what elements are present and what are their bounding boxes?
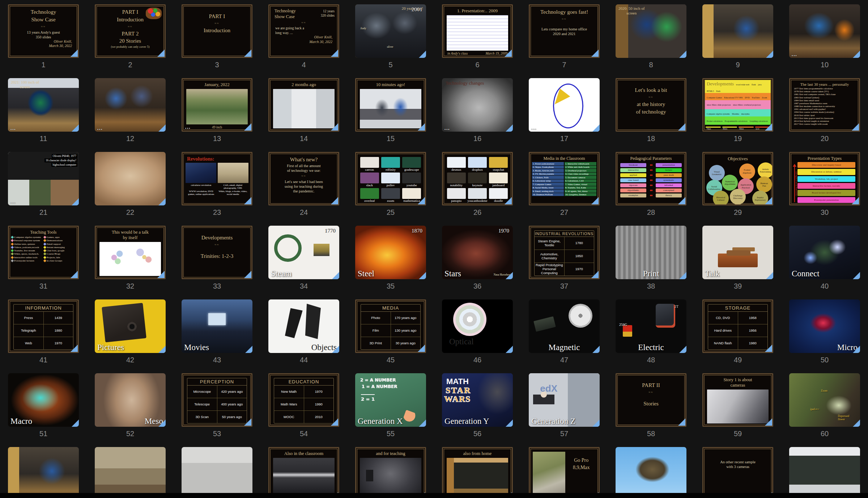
bullet-shape-icon: [11, 242, 14, 245]
slide-thumbnail[interactable]: [616, 447, 686, 498]
table-cell: 1780: [565, 237, 594, 250]
slide-thumbnail[interactable]: [95, 152, 166, 205]
slide-thumbnail[interactable]: Olivetti P6040, 197716 character diode d…: [8, 152, 79, 205]
slide-text: presentation: [656, 163, 682, 167]
slide-thumbnail[interactable]: Media in the Classroom1. Power point,key…: [529, 152, 600, 205]
slide-thumbnail[interactable]: Zoomipad ⟵Depressed flower: [789, 373, 860, 427]
slide-thumbnail[interactable]: Developments≈≈Trinities: 1-2-3: [182, 226, 252, 279]
slide-thumbnail[interactable]: Optical: [442, 299, 513, 353]
slide-thumbnail[interactable]: This would be a talkby itself: [95, 226, 166, 279]
slide-thumbnail[interactable]: 12 years320 slidesTechnologyShow Case≈≈w…: [268, 4, 339, 58]
slide-thumbnail[interactable]: 1770Steam: [268, 226, 339, 279]
diamond-icon: ♦♦: [647, 174, 655, 177]
table-cell: Photo: [361, 312, 391, 324]
slide-thumbnail[interactable]: 1870Steel: [355, 226, 426, 279]
slide-thumbnail[interactable]: [182, 447, 252, 498]
slide-thumbnail[interactable]: Magnetic: [529, 299, 600, 353]
right-column: Games, appsDemonstrationsEmail supportIn…: [44, 236, 76, 277]
slide-thumbnail[interactable]: 2020: 50 inch of screen: [616, 4, 686, 58]
slide-thumbnail[interactable]: Meso: [95, 373, 166, 427]
slide-cell: Teaching ToolsComputer algebra systemsPe…: [0, 224, 87, 298]
slide-text: of technology we use:: [271, 168, 337, 173]
slide-thumbnail[interactable]: [529, 78, 600, 132]
slide-thumbnail[interactable]: 20 years ago!Andyoliver2001: [355, 4, 426, 58]
slide-thumbnail[interactable]: Also in the classroom2013: [268, 447, 339, 498]
table-row: Automotive, Chemistry1850: [535, 250, 594, 263]
slide-thumbnail[interactable]: The last 30 years ... personally1977 fir…: [789, 78, 860, 132]
app-tile: slack: [359, 172, 380, 187]
slide-thumbnail[interactable]: Talk: [702, 226, 773, 279]
slide-thumbnail[interactable]: PART I≈≈Introduction: [182, 4, 252, 58]
slide-thumbnail[interactable]: Pictures: [95, 299, 166, 353]
slide-thumbnail[interactable]: PART IIntroduction≈≈PART 220 Stories(we …: [95, 4, 166, 58]
table-header: STORAGE: [708, 305, 767, 312]
slide-thumbnail[interactable]: PERCEPTIONMicroscope420 years agoTelesco…: [182, 373, 252, 427]
slide-thumbnail[interactable]: [8, 447, 79, 498]
slide-thumbnail[interactable]: [95, 447, 166, 498]
slide-thumbnail[interactable]: 1970StarsNasa Horsehead: [442, 226, 513, 279]
slide-thumbnail[interactable]: January, 202249 inch: [182, 78, 252, 132]
slide-thumbnail[interactable]: [789, 4, 860, 58]
slide-text: flash: [715, 90, 722, 93]
caption: Wikis, blogs, e-books, video, social med…: [218, 190, 248, 196]
slide-thumbnail[interactable]: Developmentsword wide webflashjavaHTML5f…: [702, 78, 773, 132]
slide-thumbnail[interactable]: Technology changes: [442, 78, 513, 132]
table-cell: 1958: [738, 312, 768, 324]
slide-thumbnail[interactable]: canvasedfinitygradescopeslackpollevyoutu…: [355, 152, 426, 205]
slide-thumbnail[interactable]: and for teaching: [355, 447, 426, 498]
slide-cell: TechnologyShow Case≈≈13 years Andy's gue…: [0, 3, 87, 77]
slide-thumbnail[interactable]: [789, 447, 860, 498]
slide-thumbnail[interactable]: [95, 78, 166, 132]
year-item: 1991 advanced surf with gopher!: [792, 108, 858, 111]
slide-thumbnail[interactable]: 2 months ago: [268, 78, 339, 132]
slide-thumbnail[interactable]: Go Pro8,9,Max2021: [529, 447, 600, 498]
slide-cell: 1870Steel35: [347, 224, 434, 298]
slide-thumbnail[interactable]: Connect: [789, 226, 860, 279]
slide-thumbnail[interactable]: 2 = A NUMBER1 = A NUMBER2 = 1Generation …: [355, 373, 426, 427]
slide-thumbnail[interactable]: PART II≈≈Stories: [616, 373, 686, 427]
slide-thumbnail[interactable]: 256G2TElectric: [616, 299, 686, 353]
slide-text: Stories: [618, 400, 684, 407]
slide-text: java: [757, 84, 763, 86]
slide-thumbnail[interactable]: Generation Z: [529, 373, 600, 427]
slide-thumbnail[interactable]: STORAGECD, DVD1958Hard drives1956NAND fl…: [702, 299, 773, 353]
slide-thumbnail[interactable]: MEDIAPhoto170 years agoFilm130 years ago…: [355, 299, 426, 353]
slide-cell: 2 = A NUMBER1 = A NUMBER2 = 1Generation …: [347, 372, 434, 446]
slide-number: 37: [521, 282, 608, 290]
slide-text: [705, 455, 771, 460]
slide-thumbnail[interactable]: Objects: [268, 299, 339, 353]
slide-thumbnail[interactable]: desmosdropboxsnapchatnotabilitykeynoteja…: [442, 152, 513, 205]
slide-thumbnail[interactable]: Technology goes fast!≈≈Lets compare my h…: [529, 4, 600, 58]
slide-number: 29: [694, 208, 781, 217]
slide-thumbnail[interactable]: [702, 4, 773, 58]
slide-thumbnail[interactable]: What's new?First of all the amountof tec…: [268, 152, 339, 205]
slide-thumbnail[interactable]: Let's look a bit≈≈at the historyof techn…: [616, 78, 686, 132]
slide-thumbnail[interactable]: 1. Presentation:.. 2009in Andy's classMa…: [442, 4, 513, 58]
split-body: Go Pro8,9,Max: [533, 452, 596, 497]
slide-thumbnail[interactable]: Pedagogical Parametersbreakout♦♦presenta…: [616, 152, 686, 205]
slide-thumbnail[interactable]: also from home: [442, 447, 513, 498]
table-row: Microscope420 years ago: [187, 386, 247, 398]
slide-text: Generation Z: [531, 417, 575, 426]
slide-text: 2021: 100 inch of screen: [11, 80, 39, 89]
slide-thumbnail[interactable]: Movies: [182, 299, 252, 353]
slide-thumbnail[interactable]: INDUSTRIAL REVOLUTIONSSteam Engine, Text…: [529, 226, 600, 279]
dropbox-app-thumbnail: [468, 157, 487, 168]
slide-thumbnail[interactable]: Revolutions:calculator revolutionCAS, em…: [182, 152, 252, 205]
slide-text: Technology changes: [446, 80, 484, 86]
slide-thumbnail[interactable]: INFORMATIONPress1439Telegraph1880Web1970: [8, 299, 79, 353]
slide-thumbnail[interactable]: Presentation Typesincreasing level of di…: [789, 152, 860, 205]
slide-thumbnail[interactable]: Micro: [789, 299, 860, 353]
slide-thumbnail[interactable]: An other recent samplewith 3 cameras: [702, 447, 773, 498]
slide-thumbnail[interactable]: EDUCATIONNew Math1970Math Wars1990MOOC20…: [268, 373, 339, 427]
slide-thumbnail[interactable]: Story 1 is aboutcameras: [702, 373, 773, 427]
slide-thumbnail[interactable]: 10 minutes ago!: [355, 78, 426, 132]
bulleted-item: Videos, podcasts,records: [11, 246, 43, 249]
slide-thumbnail[interactable]: TechnologyShow Case≈≈13 years Andy's gue…: [8, 4, 79, 58]
slide-thumbnail[interactable]: ObjectivesVisual GeometricFormal Algebra…: [702, 152, 773, 205]
slide-thumbnail[interactable]: MATHSTARWARSGeneration Y: [442, 373, 513, 427]
slide-thumbnail[interactable]: Macro: [8, 373, 79, 427]
slide-thumbnail[interactable]: 2021: 100 inch of screen: [8, 78, 79, 132]
slide-thumbnail[interactable]: Print: [616, 226, 686, 279]
slide-thumbnail[interactable]: Teaching ToolsComputer algebra systemsPe…: [8, 226, 79, 279]
